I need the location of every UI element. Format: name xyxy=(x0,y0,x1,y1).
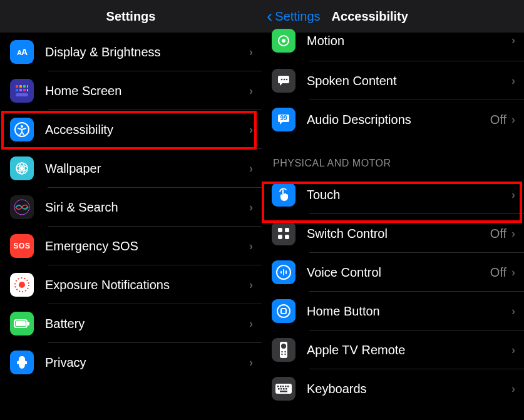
row-home-screen[interactable]: Home Screen › xyxy=(0,71,262,110)
accessibility-pane: ‹ Settings Accessibility Motion › xyxy=(262,0,524,420)
svg-rect-52 xyxy=(285,386,287,387)
switch-icon xyxy=(272,222,295,245)
row-switch-control[interactable]: Switch Control Off › xyxy=(262,214,524,253)
settings-pane: Settings AA Display & Brightness › xyxy=(0,0,262,420)
svg-point-28 xyxy=(281,79,283,81)
spoken-icon xyxy=(272,69,295,93)
svg-point-30 xyxy=(286,79,288,81)
svg-rect-35 xyxy=(285,235,289,239)
row-label: Home Button xyxy=(307,304,511,319)
row-emergency-sos[interactable]: SOS Emergency SOS › xyxy=(0,227,262,265)
svg-rect-34 xyxy=(278,235,282,239)
accessibility-navbar: ‹ Settings Accessibility xyxy=(262,0,524,33)
keyboards-icon xyxy=(272,377,295,401)
chevron-icon: › xyxy=(511,188,515,202)
row-label: Keyboards xyxy=(307,382,511,396)
accessibility-icon xyxy=(10,118,34,141)
privacy-icon xyxy=(10,351,34,374)
row-label: Home Screen xyxy=(45,84,249,98)
chevron-icon: › xyxy=(249,162,253,175)
row-spoken-content[interactable]: Spoken Content › xyxy=(262,61,524,100)
svg-rect-7 xyxy=(27,89,28,91)
row-privacy[interactable]: Privacy › xyxy=(0,343,262,382)
svg-point-46 xyxy=(281,354,282,355)
row-apple-tv-remote[interactable]: Apple TV Remote › xyxy=(262,330,524,369)
svg-point-47 xyxy=(284,354,285,355)
section-physical-motor: PHYSICAL AND MOTOR xyxy=(262,139,524,175)
svg-rect-22 xyxy=(18,361,19,364)
home-icon xyxy=(10,79,34,103)
row-voice-control[interactable]: Voice Control Off › xyxy=(262,253,524,292)
back-label: Settings xyxy=(275,9,320,24)
svg-point-27 xyxy=(282,39,285,43)
svg-rect-51 xyxy=(282,386,284,387)
svg-rect-49 xyxy=(277,386,279,387)
chevron-icon: › xyxy=(249,279,253,292)
chevron-icon: › xyxy=(511,227,515,240)
row-siri-search[interactable]: Siri & Search › xyxy=(0,188,262,227)
svg-rect-1 xyxy=(19,85,22,88)
svg-rect-0 xyxy=(16,85,18,88)
chevron-icon: › xyxy=(511,382,515,396)
accessibility-list: Motion › Spoken Content › 99 xyxy=(262,33,524,408)
svg-rect-57 xyxy=(285,388,287,390)
chevron-icon: › xyxy=(249,317,253,330)
chevron-icon: › xyxy=(249,123,253,136)
row-accessibility[interactable]: Accessibility › xyxy=(0,110,262,149)
svg-point-43 xyxy=(281,344,286,349)
row-motion[interactable]: Motion › xyxy=(262,33,524,61)
svg-rect-53 xyxy=(287,386,289,387)
chevron-icon: › xyxy=(249,240,253,253)
row-label: Audio Descriptions xyxy=(307,113,490,127)
svg-point-18 xyxy=(19,282,25,288)
row-label: Display & Brightness xyxy=(45,45,249,59)
svg-rect-54 xyxy=(278,388,280,390)
svg-rect-4 xyxy=(16,89,18,91)
svg-rect-3 xyxy=(27,85,28,88)
exposure-icon xyxy=(10,273,34,297)
chevron-icon: › xyxy=(249,201,253,214)
row-audio-descriptions[interactable]: 99 Audio Descriptions Off › xyxy=(262,100,524,139)
motion-icon xyxy=(272,29,295,53)
chevron-icon: › xyxy=(249,356,253,369)
voice-icon xyxy=(272,260,295,284)
row-keyboards[interactable]: Keyboards › xyxy=(262,369,524,408)
chevron-icon: › xyxy=(511,74,515,88)
audio-desc-icon: 99 xyxy=(272,108,295,131)
svg-point-40 xyxy=(277,305,290,317)
row-label: Voice Control xyxy=(307,265,490,280)
chevron-left-icon: ‹ xyxy=(267,8,272,25)
row-label: Wallpaper xyxy=(45,161,249,176)
row-label: Battery xyxy=(45,317,249,331)
chevron-icon: › xyxy=(511,266,515,279)
svg-point-12 xyxy=(20,166,24,170)
chevron-icon: › xyxy=(249,46,253,59)
svg-rect-32 xyxy=(278,228,282,232)
row-label: Accessibility xyxy=(45,123,249,137)
chevron-icon: › xyxy=(511,34,515,47)
home-button-icon xyxy=(272,299,295,323)
row-display-brightness[interactable]: AA Display & Brightness › xyxy=(0,33,262,71)
svg-rect-39 xyxy=(285,270,287,274)
back-button[interactable]: ‹ Settings xyxy=(267,8,321,25)
row-touch[interactable]: Touch › xyxy=(262,175,524,214)
svg-rect-55 xyxy=(280,388,282,390)
svg-rect-5 xyxy=(19,89,22,91)
row-home-button[interactable]: Home Button › xyxy=(262,292,524,330)
svg-rect-6 xyxy=(23,89,26,91)
row-label: Spoken Content xyxy=(307,74,511,88)
row-battery[interactable]: Battery › xyxy=(0,304,262,343)
row-value: Off xyxy=(490,113,506,127)
row-label: Switch Control xyxy=(307,227,490,241)
chevron-icon: › xyxy=(249,85,253,98)
svg-rect-21 xyxy=(28,322,29,325)
sos-icon: SOS xyxy=(10,234,34,258)
row-label: Touch xyxy=(307,188,511,202)
siri-icon xyxy=(10,195,34,219)
svg-rect-33 xyxy=(285,228,289,232)
svg-rect-41 xyxy=(281,309,286,314)
row-wallpaper[interactable]: Wallpaper › xyxy=(0,149,262,188)
row-exposure-notifications[interactable]: Exposure Notifications › xyxy=(0,265,262,304)
row-value: Off xyxy=(490,265,506,280)
svg-rect-8 xyxy=(16,93,28,96)
